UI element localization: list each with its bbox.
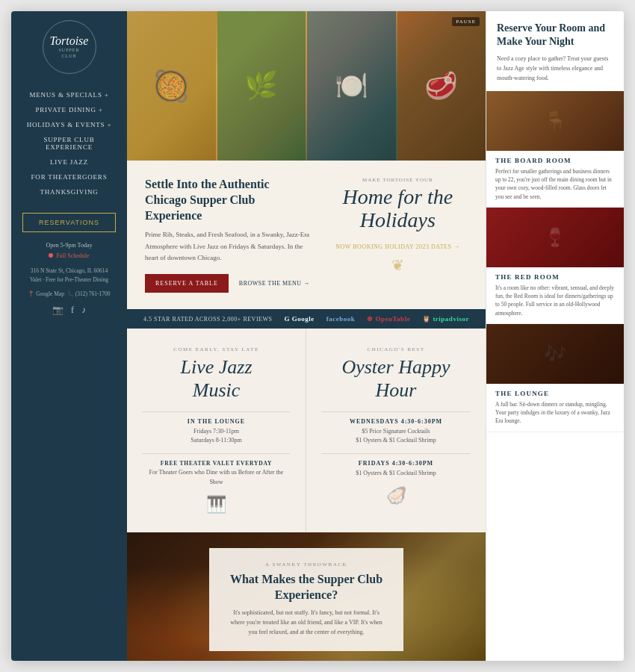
board-room-image: 🪑 (486, 91, 624, 151)
jazz-highlight-desc: For Theater Goers who Dine with us Befor… (142, 468, 291, 488)
facebook-icon[interactable]: f (71, 305, 74, 316)
swanky-card: A SWANKY THROWBACK What Makes the Supper… (209, 548, 403, 651)
right-panel-title: Reserve Your Room and Make Your Night (497, 22, 613, 49)
schedule-link[interactable]: Full Schedule (49, 252, 89, 259)
red-room-desc: It's a room like no other: vibrant, sens… (495, 284, 615, 317)
board-room-desc: Perfect for smaller gatherings and busin… (495, 167, 615, 201)
lounge-desc: A full bar. Sit-down dinners or standup,… (495, 400, 615, 426)
schedule-dot (49, 253, 53, 258)
pause-button[interactable]: PAUSE (452, 17, 480, 26)
jazz-title-line2: Music (193, 379, 241, 401)
nav-item-thanksgiving[interactable]: THANKSGIVING (17, 184, 121, 199)
address-line1: 316 N State St, Chicago, IL 60614 (31, 267, 108, 274)
jazz-title: Live Jazz Music (142, 355, 291, 402)
oyster-title-line2: Hour (376, 379, 417, 401)
right-panel: Reserve Your Room and Make Your Night Ne… (486, 11, 624, 661)
tripadvisor-review: 🦉 tripadvisor (422, 315, 469, 323)
decor-flourish: ❦ (328, 256, 468, 274)
hero-right: MAKE TORTOISE YOUR Home for the Holidays… (328, 177, 468, 293)
review-bar: 4.5 STAR RATED ACROSS 2,000+ REVIEWS G G… (127, 309, 486, 329)
nav-menu: MENUS & SPECIALS + PRIVATE DINING + HOLI… (17, 87, 121, 199)
booking-link[interactable]: NOW BOOKING HOLIDAY 2023 DATES → (335, 243, 459, 250)
brand-name: Tortoise (50, 35, 89, 47)
reserve-table-button[interactable]: RESERVE A TABLE (145, 274, 229, 293)
holidays-line2: Holidays (328, 209, 468, 232)
swanky-title: What Makes the Supper Club Experience? (226, 572, 387, 603)
nav-item-private[interactable]: PRIVATE DINING + (17, 102, 121, 117)
oyster-title: Oyster Happy Hour (321, 355, 471, 402)
google-map-link[interactable]: 📍 Google Map 📞 (312) 761-1700 (28, 290, 110, 297)
google-review: G Google (284, 315, 314, 323)
food-item-1: 🥘 (127, 11, 216, 161)
hero-cta-row: RESERVE A TABLE BROWSE THE MENU → (145, 274, 313, 293)
oyster-title-line1: Oyster Happy (341, 356, 450, 378)
oyster-fri-details: $1 Oysters & $1 Cocktail Shrimp (321, 469, 471, 479)
holidays-line1: Home for the (328, 186, 468, 209)
make-tortoise-tag: MAKE TORTOISE YOUR (328, 177, 468, 183)
open-hours: Open 5-9pm Today (46, 241, 93, 249)
lounge-name: THE LOUNGE (495, 390, 615, 397)
oyster-tag: CHICAGO'S BEST (321, 346, 471, 352)
food-item-3: 🍽️ (307, 11, 396, 161)
nav-item-jazz[interactable]: LIVE JAZZ (17, 155, 121, 169)
jazz-title-line1: Live Jazz (180, 356, 252, 378)
opentable-review: ⊕ OpenTable (367, 315, 410, 323)
oyster-card: CHICAGO'S BEST Oyster Happy Hour WEDNESD… (306, 329, 486, 532)
red-room-image: 🍷 (486, 208, 624, 267)
lounge-info: THE LOUNGE A full bar. Sit-down dinners … (486, 384, 624, 432)
board-room-info: THE BOARD ROOM Perfect for smaller gathe… (486, 151, 624, 208)
lounge-image: 🎶 (486, 324, 624, 384)
swanky-tag: A SWANKY THROWBACK (226, 561, 387, 567)
holidays-script: Home for the Holidays (328, 186, 468, 232)
jazz-subtitle: IN THE LOUNGE (142, 418, 291, 425)
jazz-tag: COME EARLY, STAY LATE (142, 346, 291, 352)
google-map-text: Google Map (36, 290, 64, 297)
jazz-highlight: FREE THEATER VALET EVERYDAY (142, 460, 291, 467)
nav-item-supper[interactable]: SUPPER CLUB EXPERIENCE (17, 132, 121, 155)
instagram-icon[interactable]: 📷 (52, 305, 64, 316)
brand-subtitle: SUPPERCLUB (58, 47, 79, 60)
sidebar: Tortoise SUPPERCLUB MENUS & SPECIALS + P… (11, 11, 127, 661)
jazz-details: Fridays 7:30-11pmSaturdays 8-11:30pm (142, 427, 291, 447)
review-rating-text: 4.5 STAR RATED ACROSS 2,000+ REVIEWS (143, 316, 272, 323)
hero-description: Prime Rib, Steaks, and Fresh Seafood, in… (145, 229, 313, 264)
right-panel-description: Need a cozy place to gather? Treat your … (497, 55, 613, 83)
right-panel-header: Reserve Your Room and Make Your Night Ne… (486, 11, 624, 91)
food-item-2: 🌿 (217, 11, 306, 161)
tiktok-icon[interactable]: ♪ (81, 305, 86, 316)
address-block: 316 N State St, Chicago, IL 60614 Valet … (30, 267, 108, 284)
nav-item-theater[interactable]: FOR THEATERGOERS (17, 169, 121, 184)
facebook-review: facebook (326, 315, 356, 323)
hero-text-section: Settle Into the Authentic Chicago Supper… (127, 161, 486, 309)
nav-item-holidays[interactable]: HOLIDAYS & EVENTS + (17, 117, 121, 132)
reservations-button[interactable]: RESERVATIONS (22, 213, 116, 232)
red-room-name: THE RED ROOM (495, 273, 615, 281)
piano-icon: 🎹 (142, 495, 291, 514)
oyster-wed-details: $5 Price Signature Cocktails$1 Oysters &… (321, 427, 471, 447)
nav-item-menus[interactable]: MENUS & SPECIALS + (17, 87, 121, 102)
logo-area: Tortoise SUPPERCLUB (43, 20, 96, 77)
social-icons: 📷 f ♪ (52, 305, 86, 316)
hero-image: 🥘 🌿 🍽️ 🥩 PAUSE (127, 11, 486, 161)
jazz-card: COME EARLY, STAY LATE Live Jazz Music IN… (127, 329, 306, 532)
hero-title: Settle Into the Authentic Chicago Supper… (145, 177, 313, 223)
red-room-info: THE RED ROOM It's a room like no other: … (486, 267, 624, 324)
bottom-photo: A SWANKY THROWBACK What Makes the Supper… (127, 532, 486, 661)
hero-left: Settle Into the Authentic Chicago Supper… (145, 177, 313, 293)
oyster-fri-label: FRIDAYS 4:30-6:30PM (321, 460, 471, 467)
oyster-icon: 🦪 (321, 486, 471, 505)
address-line2: Valet · Free for Pre-Theater Dining (30, 276, 108, 283)
features-section: COME EARLY, STAY LATE Live Jazz Music IN… (127, 329, 486, 532)
schedule-link-text: Full Schedule (56, 252, 89, 259)
phone-text: (312) 761-1700 (75, 290, 111, 297)
logo-circle: Tortoise SUPPERCLUB (43, 20, 96, 74)
swanky-description: It's sophisticated, but not stuffy. It's… (226, 609, 387, 637)
food-item-4: 🥩 (397, 11, 486, 161)
browse-menu-link[interactable]: BROWSE THE MENU → (239, 280, 310, 287)
food-grid: 🥘 🌿 🍽️ 🥩 (127, 11, 486, 161)
oyster-wed-label: WEDNESDAYS 4:30-6:30PM (321, 418, 471, 425)
board-room-name: THE BOARD ROOM (495, 157, 615, 164)
features-grid: COME EARLY, STAY LATE Live Jazz Music IN… (127, 329, 486, 532)
main-content: 🥘 🌿 🍽️ 🥩 PAUSE Settle Into the Authentic… (127, 11, 486, 661)
